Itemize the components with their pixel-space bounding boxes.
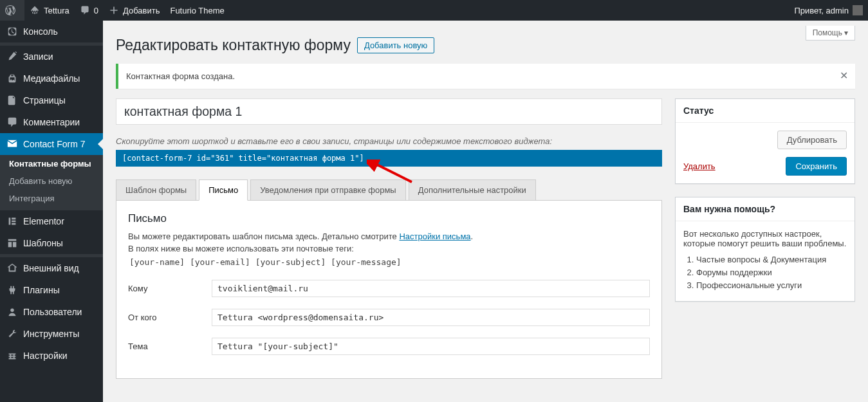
save-button[interactable]: Сохранить: [786, 157, 847, 176]
faq-link[interactable]: Частые вопросы: [696, 255, 761, 264]
tab-list: Шаблон формы Письмо Уведомления при отпр…: [116, 179, 662, 201]
mail-heading: Письмо: [128, 212, 650, 225]
help-heading: Вам нужна помощь?: [676, 197, 854, 221]
submenu-cf7: Контактные формы Добавить новую Интеграц…: [0, 155, 103, 207]
mail-subject-label: Тема: [128, 342, 212, 351]
docs-link[interactable]: Документация: [771, 255, 827, 264]
help-box: Вам нужна помощь? Вот несколько доступны…: [675, 197, 855, 302]
tab-additional[interactable]: Дополнительные настройки: [409, 179, 536, 201]
status-heading: Статус: [676, 99, 854, 123]
menu-appearance[interactable]: Внешний вид: [0, 257, 103, 279]
menu-tools[interactable]: Инструменты: [0, 323, 103, 345]
tab-messages[interactable]: Уведомления при отправке формы: [250, 179, 405, 201]
help-tab[interactable]: Помощь ▾: [806, 26, 855, 41]
svg-point-0: [10, 309, 14, 312]
submenu-contact-forms[interactable]: Контактные формы: [0, 155, 103, 172]
help-text: Вот несколько доступных настроек, которы…: [683, 229, 847, 248]
notice-text: Контактная форма создана.: [126, 71, 235, 81]
comments-count: 0: [94, 6, 98, 15]
menu-templates[interactable]: Шаблоны: [0, 232, 103, 254]
site-name-text: Tettura: [44, 6, 69, 15]
menu-elementor[interactable]: Elementor: [0, 210, 103, 232]
submenu-add-new[interactable]: Добавить новую: [0, 172, 103, 190]
shortcode-input[interactable]: [116, 150, 662, 167]
wp-logo[interactable]: [0, 0, 24, 21]
tab-panel-mail: Письмо Вы можете редактировать шаблон пи…: [116, 201, 662, 379]
tab-form[interactable]: Шаблон формы: [116, 179, 196, 201]
chevron-down-icon: ▾: [844, 28, 848, 37]
menu-dashboard[interactable]: Консоль: [0, 21, 103, 42]
mail-to-input[interactable]: [212, 280, 650, 297]
menu-users[interactable]: Пользователи: [0, 301, 103, 323]
pro-services-link[interactable]: Профессиональные услуги: [696, 280, 802, 290]
my-account[interactable]: Привет, admin: [789, 0, 868, 21]
shortcode-description: Скопируйте этот шорткод и вставьте его в…: [116, 136, 662, 146]
mail-to-label: Кому: [128, 284, 212, 293]
add-new-button[interactable]: Добавить новую: [357, 37, 434, 53]
status-box: Статус Дублировать Удалить Сохранить: [675, 98, 855, 184]
mail-help-line2: В полях ниже вы можете использовать эти …: [128, 244, 650, 253]
admin-menu: Консоль Записи Медиафайлы Страницы Комме…: [0, 21, 103, 392]
dismiss-notice-button[interactable]: ✕: [837, 69, 850, 82]
mail-from-input[interactable]: [212, 309, 650, 326]
admin-bar: Tettura 0 Добавить Futurio Theme Привет,…: [0, 0, 868, 21]
help-link-1: Частые вопросы & Документация: [696, 255, 847, 264]
menu-contact-form-7[interactable]: Contact Form 7: [0, 133, 103, 155]
success-notice: Контактная форма создана. ✕: [116, 64, 855, 89]
site-name-link[interactable]: Tettura: [24, 0, 75, 21]
page-title: Редактировать контактную форму: [116, 37, 351, 54]
menu-comments[interactable]: Комментарии: [0, 111, 103, 133]
theme-link[interactable]: Futurio Theme: [165, 0, 229, 21]
menu-settings[interactable]: Настройки: [0, 345, 103, 367]
menu-plugins[interactable]: Плагины: [0, 279, 103, 301]
delete-link[interactable]: Удалить: [683, 161, 716, 171]
duplicate-button[interactable]: Дублировать: [777, 131, 847, 149]
comments-link[interactable]: 0: [75, 0, 104, 21]
add-new-link[interactable]: Добавить: [104, 0, 165, 21]
submenu-integration[interactable]: Интеграция: [0, 190, 103, 207]
menu-media[interactable]: Медиафайлы: [0, 68, 103, 89]
menu-pages[interactable]: Страницы: [0, 89, 103, 111]
mail-help-line1: Вы можете редактировать шаблон письма зд…: [128, 232, 650, 241]
avatar: [853, 5, 863, 15]
mail-settings-link[interactable]: Настройки письма: [399, 232, 470, 241]
tab-mail[interactable]: Письмо: [199, 179, 248, 201]
support-link[interactable]: Форумы поддержки: [696, 268, 772, 277]
mail-tags: [your-name] [your-email] [your-subject] …: [128, 256, 650, 268]
mail-subject-input[interactable]: [212, 338, 650, 355]
form-title-input[interactable]: [116, 98, 662, 125]
menu-posts[interactable]: Записи: [0, 46, 103, 68]
add-new-text: Добавить: [123, 6, 160, 15]
mail-from-label: От кого: [128, 313, 212, 322]
